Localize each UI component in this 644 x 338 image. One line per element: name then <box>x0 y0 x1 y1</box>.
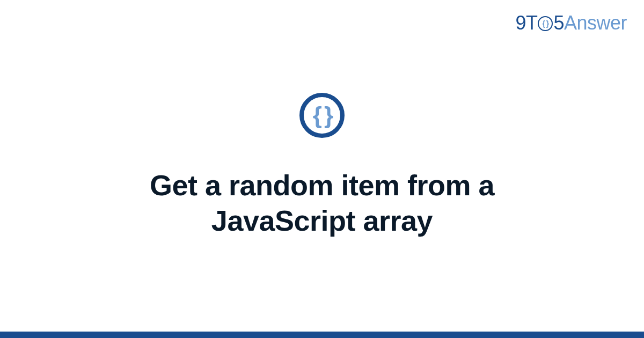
footer-accent-bar <box>0 332 644 338</box>
main-content: { } Get a random item from a JavaScript … <box>0 0 644 332</box>
page-title: Get a random item from a JavaScript arra… <box>80 168 564 239</box>
code-braces-icon: { } <box>299 93 345 138</box>
braces-glyph: { } <box>313 102 331 129</box>
